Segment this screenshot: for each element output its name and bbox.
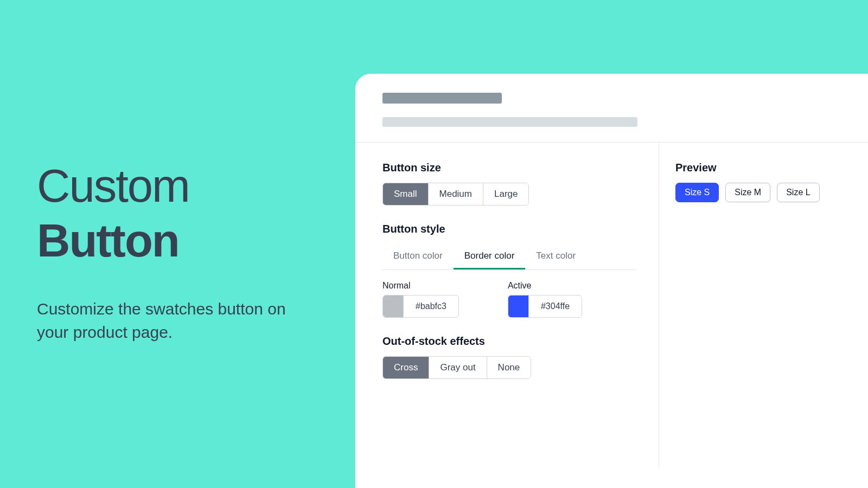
app-window: Button size Small Medium Large Button st… (355, 74, 868, 488)
field-label-active: Active (508, 281, 582, 291)
hero-title-line-2: Button (37, 214, 319, 267)
button-size-option-small[interactable]: Small (383, 183, 429, 205)
tab-border-color[interactable]: Border color (454, 244, 526, 269)
color-value-active[interactable]: #304ffe (529, 301, 582, 311)
section-title-button-size: Button size (382, 162, 637, 174)
preview-panel: Preview Size S Size M Size L (659, 143, 868, 468)
field-label-normal: Normal (382, 281, 459, 291)
button-style-tabs: Button color Border color Text color (382, 244, 637, 270)
preview-button-size-s[interactable]: Size S (675, 183, 719, 202)
skeleton-title (382, 93, 502, 104)
preview-button-size-l[interactable]: Size L (777, 183, 819, 202)
button-size-option-large[interactable]: Large (483, 183, 528, 205)
color-swatch-active[interactable] (508, 296, 529, 317)
tab-button-color[interactable]: Button color (382, 244, 454, 269)
hero-title-line-1: Custom (37, 163, 319, 209)
app-body: Button size Small Medium Large Button st… (355, 143, 868, 468)
section-button-size: Button size Small Medium Large (382, 162, 637, 206)
preview-title: Preview (675, 162, 868, 174)
section-title-button-style: Button style (382, 223, 637, 235)
hero-subtitle: Customize the swatches button on your pr… (37, 297, 319, 344)
color-value-normal[interactable]: #babfc3 (404, 301, 458, 311)
skeleton-subtitle (382, 117, 637, 127)
button-size-segmented-control: Small Medium Large (382, 183, 529, 206)
app-header (355, 74, 868, 143)
preview-buttons: Size S Size M Size L (675, 183, 868, 202)
button-size-option-medium[interactable]: Medium (429, 183, 483, 205)
out-of-stock-segmented-control: Cross Gray out None (382, 356, 531, 379)
settings-panel: Button size Small Medium Large Button st… (355, 143, 659, 468)
color-field-active: Active #304ffe (508, 281, 582, 318)
out-of-stock-option-none[interactable]: None (487, 357, 531, 378)
section-out-of-stock: Out-of-stock effects Cross Gray out None (382, 335, 637, 379)
hero-text-panel: Custom Button Customize the swatches but… (37, 163, 319, 344)
color-fields: Normal #babfc3 Active #304ffe (382, 281, 637, 318)
color-field-normal: Normal #babfc3 (382, 281, 459, 318)
section-button-style: Button style Button color Border color T… (382, 223, 637, 318)
section-title-out-of-stock: Out-of-stock effects (382, 335, 637, 348)
out-of-stock-option-cross[interactable]: Cross (383, 357, 429, 378)
tab-text-color[interactable]: Text color (525, 244, 586, 269)
out-of-stock-option-gray-out[interactable]: Gray out (429, 357, 487, 378)
color-swatch-normal[interactable] (383, 296, 404, 317)
color-input-active[interactable]: #304ffe (508, 295, 582, 318)
color-input-normal[interactable]: #babfc3 (382, 295, 459, 318)
preview-button-size-m[interactable]: Size M (725, 183, 770, 202)
